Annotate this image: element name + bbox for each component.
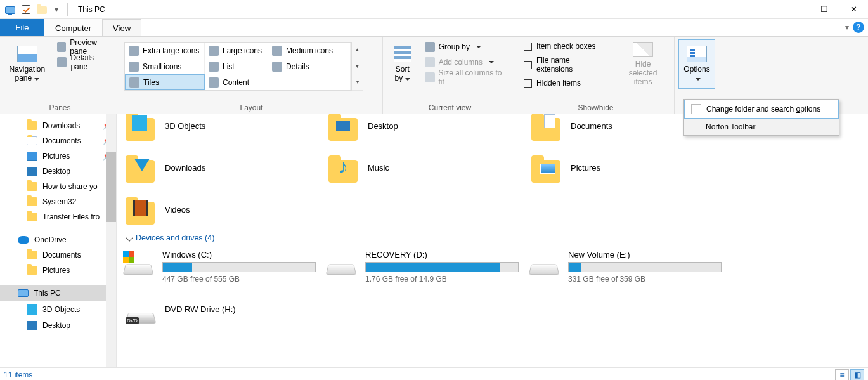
details-pane-button[interactable]: Details pane — [53, 55, 116, 70]
gallery-expand[interactable]: ▾ — [352, 74, 363, 91]
tiles-icon — [129, 77, 139, 88]
norton-toolbar-item[interactable]: Norton Toolbar — [684, 119, 839, 135]
list-icon — [209, 62, 219, 72]
add-columns-icon — [425, 57, 435, 67]
group-label-show-hide: Show/hide — [521, 102, 670, 114]
minimize-button[interactable]: — — [781, 0, 810, 18]
view-mode-tiles-icon[interactable]: ◧ — [850, 369, 864, 381]
sort-by-button[interactable]: Sort by — [387, 39, 418, 89]
nav-item-documents[interactable]: Documents📌 — [0, 133, 116, 148]
capacity-bar — [162, 262, 316, 272]
l-icon — [209, 46, 219, 56]
qat-customize-icon[interactable]: ▾ — [52, 2, 61, 17]
folder-tile-desktop[interactable]: Desktop — [326, 114, 522, 143]
folder-tile-pictures[interactable]: Pictures — [529, 150, 725, 185]
layout-content[interactable]: Content — [205, 74, 268, 90]
nav-scrollbar[interactable] — [106, 114, 116, 367]
layout-medium[interactable]: Medium icons — [268, 43, 351, 58]
devices-drives-header[interactable]: Devices and drives (4) — [127, 233, 868, 242]
item-check-boxes-toggle[interactable]: Item check boxes — [521, 39, 611, 53]
close-button[interactable]: ✕ — [839, 0, 868, 18]
capacity-bar — [568, 262, 722, 272]
nav-item-pictures[interactable]: Pictures📌 — [0, 148, 116, 164]
group-label-panes: Panes — [4, 102, 116, 114]
layout-details[interactable]: Details — [268, 58, 351, 74]
add-columns-button[interactable]: Add columns — [421, 55, 513, 70]
drive-recovery-d-[interactable]: RECOVERY (D:)1.76 GB free of 14.9 GB — [326, 249, 522, 285]
group-label-current-view: Current view — [387, 102, 513, 114]
options-button[interactable]: Options — [678, 39, 715, 89]
nav-item-downloads[interactable]: Downloads📌 — [0, 118, 116, 133]
hide-selected-button[interactable]: Hide selected items — [616, 39, 670, 89]
nav-item-3d-objects[interactable]: 3D Objects — [0, 301, 116, 318]
layout-tiles[interactable]: Tiles — [125, 74, 205, 90]
change-folder-search-options[interactable]: Change folder and search options — [684, 100, 839, 119]
ribbon-tabs: File Computer View ▾ ? — [0, 19, 868, 37]
nav-item-onedrive[interactable]: OneDrive — [0, 232, 116, 247]
folder-tile-music[interactable]: ♪Music — [326, 150, 522, 185]
folder-tile-videos[interactable]: Videos — [123, 192, 320, 227]
nav-item-desktop[interactable]: Desktop — [0, 318, 116, 333]
chevron-down-icon — [126, 234, 133, 241]
dvd-badge-icon: DVD — [126, 317, 139, 324]
layout-list[interactable]: List — [205, 58, 268, 74]
size-columns-button[interactable]: Size all columns to fit — [421, 70, 513, 85]
view-mode-details-icon[interactable]: ≡ — [835, 369, 849, 381]
navigation-tree[interactable]: Downloads📌Documents📌Pictures📌DesktopHow … — [0, 114, 117, 367]
content-pane[interactable]: 3D ObjectsDesktopDocumentsDownloads♪Musi… — [117, 114, 868, 367]
status-item-count: 11 items — [4, 370, 32, 379]
nav-item-system32[interactable]: System32 — [0, 194, 116, 209]
s-icon — [129, 62, 139, 72]
layout-large[interactable]: Large icons — [205, 43, 268, 58]
details-icon — [272, 62, 282, 72]
nav-item-documents[interactable]: Documents — [0, 247, 116, 263]
title-separator — [67, 3, 68, 16]
gallery-scroll-up[interactable]: ▲ — [352, 42, 363, 58]
window-title: This PC — [74, 5, 105, 14]
hide-selected-icon — [633, 42, 653, 57]
group-label-layout: Layout — [124, 102, 379, 114]
qat-new-folder-icon[interactable] — [36, 2, 48, 17]
nav-item-how-to-share-yo[interactable]: How to share yo — [0, 179, 116, 194]
tab-view[interactable]: View — [102, 19, 141, 36]
layout-small[interactable]: Small icons — [125, 58, 205, 74]
qat-properties-icon[interactable] — [20, 2, 32, 17]
file-name-extensions-toggle[interactable]: File name extensions — [521, 53, 611, 76]
content-icon — [209, 77, 219, 88]
hidden-items-toggle[interactable]: Hidden items — [521, 76, 611, 90]
capacity-bar — [365, 262, 519, 272]
preview-pane-button[interactable]: Preview pane — [53, 39, 116, 55]
gallery-scroll-down[interactable]: ▼ — [352, 58, 363, 75]
nav-item-pictures[interactable]: Pictures — [0, 263, 116, 278]
status-bar: 11 items ≡ ◧ — [0, 367, 868, 380]
size-columns-icon — [425, 72, 435, 82]
folder-options-icon — [691, 104, 701, 114]
group-by-icon — [425, 42, 435, 52]
tab-computer[interactable]: Computer — [44, 19, 102, 36]
drive-dvd[interactable]: DVD DVD RW Drive (H:) — [123, 291, 320, 327]
title-bar: ▾ This PC — ☐ ✕ — [0, 0, 868, 19]
folder-tile-3d-objects[interactable]: 3D Objects — [123, 114, 320, 143]
navigation-pane-button[interactable]: Navigation pane — [4, 39, 51, 89]
main-area: Downloads📌Documents📌Pictures📌DesktopHow … — [0, 114, 868, 367]
help-icon[interactable]: ? — [853, 22, 864, 33]
preview-pane-icon — [57, 42, 67, 52]
nav-item-transfer-files-fro[interactable]: Transfer Files fro — [0, 209, 116, 225]
nav-item-desktop[interactable]: Desktop — [0, 164, 116, 179]
nav-item-this-pc[interactable]: This PC — [0, 285, 116, 301]
options-icon — [687, 46, 707, 62]
sort-icon — [394, 46, 411, 62]
folder-tile-downloads[interactable]: Downloads — [123, 150, 320, 185]
drive-new-volume-e-[interactable]: New Volume (E:)331 GB free of 359 GB — [529, 249, 725, 285]
group-by-button[interactable]: Group by — [421, 39, 513, 55]
details-pane-icon — [57, 57, 67, 67]
file-tab[interactable]: File — [0, 19, 44, 36]
minimize-ribbon-icon[interactable]: ▾ — [845, 23, 849, 32]
drive-windows-c-[interactable]: Windows (C:)447 GB free of 555 GB — [123, 249, 320, 285]
layout-extra-large[interactable]: Extra large icons — [125, 43, 205, 58]
app-icon[interactable] — [4, 2, 16, 17]
navigation-pane-icon — [17, 46, 37, 62]
drive-dvd-label: DVD RW Drive (H:) — [165, 305, 236, 314]
m-icon — [272, 46, 282, 56]
maximize-button[interactable]: ☐ — [810, 0, 839, 18]
